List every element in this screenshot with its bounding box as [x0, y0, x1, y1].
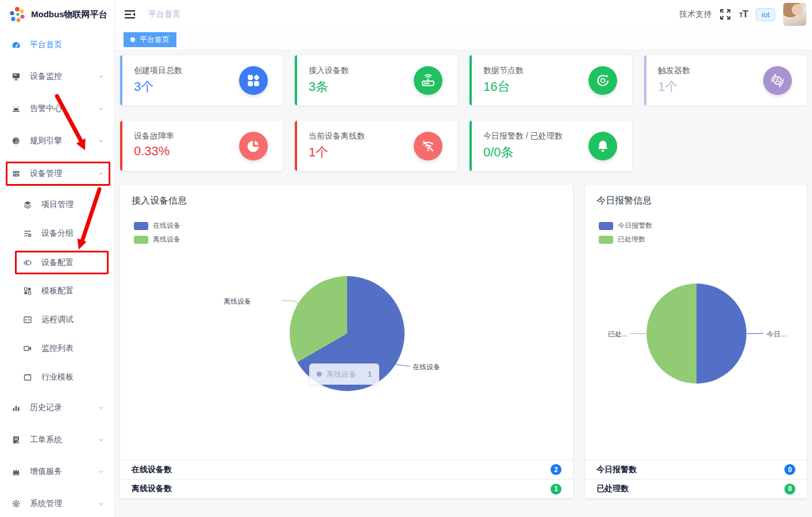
- panel-title: 接入设备信息: [132, 195, 187, 207]
- stat-label: 触发器数: [658, 66, 690, 76]
- sidebar-item-template-config[interactable]: 模板配置: [0, 279, 115, 302]
- row-label: 离线设备数: [132, 484, 172, 494]
- panel-title: 今日报警信息: [597, 195, 652, 207]
- panel-alarm-info: 今日报警信息 今日报警数 已处理数 已处... 今日... 今日报警数 0 已处…: [585, 185, 807, 499]
- summary-row-online: 在线设备数 2: [120, 459, 573, 479]
- stat-value: 1个: [309, 144, 328, 161]
- bell-icon: [588, 132, 617, 160]
- sidebar-item-project-manage[interactable]: 项目管理: [0, 193, 115, 216]
- sidebar-item-label: 告警中心: [30, 104, 62, 114]
- legend-label: 已处理数: [618, 235, 645, 244]
- svg-text:A: A: [775, 77, 780, 84]
- sidebar-item-label: 监控列表: [41, 343, 74, 354]
- sync-icon: [588, 66, 617, 95]
- sidebar-item-device-config[interactable]: 设备配置: [0, 251, 115, 274]
- template-config-icon: [23, 286, 32, 296]
- monitor-icon: [11, 72, 21, 81]
- stat-card-fault-rate: 设备故障率 0.33%: [120, 121, 283, 171]
- summary-row-today-alarms: 今日报警数 0: [585, 459, 807, 479]
- user-badge[interactable]: iot: [756, 8, 775, 21]
- sidebar-item-label: 模板配置: [41, 286, 74, 296]
- app-title: Modbus物联网平台: [31, 9, 107, 20]
- tooltip-value: 1: [368, 370, 372, 378]
- legend-today-alarms[interactable]: 今日报警数: [599, 221, 652, 231]
- sidebar: Modbus物联网平台 平台首页 设备监控 告警中心 规则引擎 设备管理: [0, 0, 115, 517]
- sidebar-item-work-order[interactable]: 工单系统: [0, 428, 115, 451]
- sidebar-item-alarm-center[interactable]: 告警中心: [0, 97, 115, 120]
- sidebar-item-device-manage[interactable]: 设备管理: [0, 162, 115, 185]
- stat-value: 3条: [309, 78, 328, 95]
- legend-swatch: [599, 236, 613, 244]
- font-size-icon[interactable]: TT: [739, 9, 748, 20]
- sidebar-item-history[interactable]: 历史记录: [0, 396, 115, 419]
- sidebar-item-label: 历史记录: [30, 403, 62, 413]
- stat-card-projects: 创建项目总数 3个: [120, 55, 283, 105]
- tab-bar: 平台首页: [115, 29, 812, 51]
- sidebar-item-value-service[interactable]: 增值服务: [0, 460, 115, 483]
- tab-home[interactable]: 平台首页: [124, 32, 176, 47]
- sidebar-item-remote-debug[interactable]: 远程调试: [0, 308, 115, 331]
- stat-label: 今日报警数 / 已处理数: [483, 131, 563, 141]
- stat-card-devices: 接入设备数 3条: [295, 55, 457, 105]
- stat-label: 设备故障率: [134, 131, 174, 141]
- app-logo-row: Modbus物联网平台: [0, 0, 115, 29]
- menu-fold-icon[interactable]: [124, 8, 136, 21]
- pie-icon: [239, 132, 268, 160]
- tooltip-name: 离线设备: [326, 369, 356, 380]
- stat-card-alarms: 今日报警数 / 已处理数 0/0条: [470, 121, 632, 171]
- pie-chart-alarms[interactable]: [646, 284, 746, 384]
- stat-value: 1个: [658, 78, 678, 95]
- support-link[interactable]: 技术支持: [679, 9, 711, 20]
- stat-card-nodes: 数据节点数 16台: [470, 55, 632, 105]
- sidebar-item-home[interactable]: 平台首页: [0, 33, 115, 56]
- stat-label: 接入设备数: [309, 66, 349, 76]
- chevron-down-icon: [98, 105, 105, 112]
- sidebar-item-monitor-list[interactable]: 监控列表: [0, 337, 115, 360]
- sidebar-item-device-group[interactable]: 设备分组: [0, 222, 115, 245]
- count-badge: 2: [551, 464, 561, 475]
- sidebar-item-label: 设备配置: [41, 258, 74, 268]
- summary-row-offline: 离线设备数 1: [120, 479, 573, 499]
- sidebar-item-device-monitor[interactable]: 设备监控: [0, 65, 115, 88]
- breadcrumb[interactable]: 平台首页: [148, 9, 180, 20]
- device-config-icon: [23, 258, 32, 267]
- app-logo-icon: [8, 5, 26, 24]
- count-badge: 0: [784, 484, 795, 495]
- panel-device-info: 接入设备信息 在线设备 离线设备 离线设备 在线设备 离线设备 1 在线设备数 …: [120, 185, 573, 499]
- legend-handled[interactable]: 已处理数: [599, 235, 645, 244]
- legend-offline[interactable]: 离线设备: [134, 235, 180, 244]
- chevron-down-icon: [98, 468, 105, 475]
- stat-value: 3个: [134, 78, 153, 95]
- sidebar-item-label: 设备分组: [41, 228, 74, 239]
- stat-label: 当前设备离线数: [309, 131, 365, 141]
- legend-online[interactable]: 在线设备: [134, 221, 180, 231]
- stat-value: 16台: [483, 78, 510, 95]
- sidebar-item-label: 工单系统: [30, 435, 62, 445]
- fullscreen-icon[interactable]: [719, 9, 731, 20]
- chart-tooltip: 离线设备 1: [309, 363, 379, 385]
- pie-label-offline: 离线设备: [224, 297, 251, 307]
- avatar[interactable]: [783, 3, 806, 26]
- legend-label: 离线设备: [153, 235, 180, 244]
- legend-swatch: [599, 222, 613, 230]
- device-group-icon: [23, 229, 32, 238]
- sidebar-item-label: 平台首页: [30, 40, 62, 50]
- sidebar-item-label: 设备管理: [30, 168, 62, 179]
- sidebar-item-label: 行业模板: [41, 372, 74, 382]
- rule-engine-icon: [11, 136, 21, 145]
- chevron-down-icon: [98, 436, 105, 443]
- chevron-down-icon: [98, 73, 105, 80]
- projects-icon: [239, 66, 268, 95]
- count-badge: 0: [784, 464, 795, 475]
- sidebar-item-system-manage[interactable]: 系统管理: [0, 492, 115, 515]
- sidebar-item-label: 系统管理: [30, 499, 62, 509]
- pie-label-handled: 已处...: [608, 330, 628, 339]
- wifi-off-icon: [414, 132, 442, 160]
- router-icon: [414, 66, 442, 95]
- sidebar-item-label: 项目管理: [41, 200, 74, 210]
- legend-label: 在线设备: [153, 221, 180, 231]
- chevron-down-icon: [98, 137, 105, 144]
- pie-label-online: 在线设备: [413, 362, 440, 372]
- sidebar-item-industry-template[interactable]: 行业模板: [0, 366, 115, 389]
- sidebar-item-rule-engine[interactable]: 规则引擎: [0, 129, 115, 152]
